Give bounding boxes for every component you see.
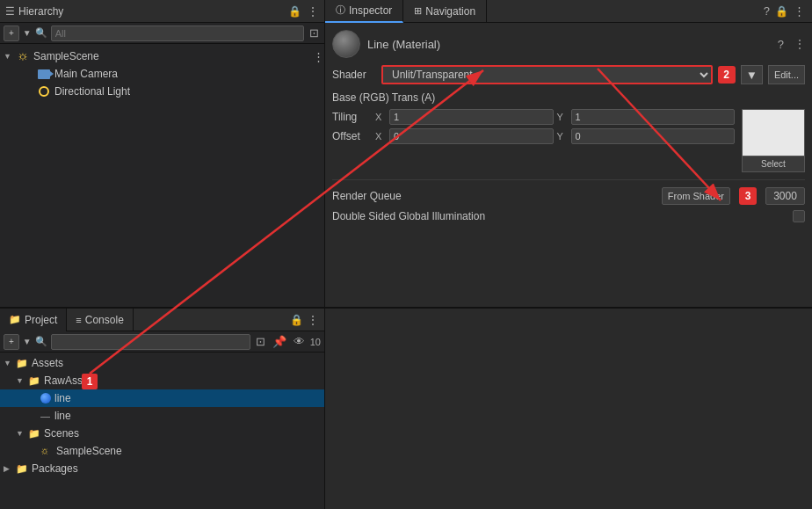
hierarchy-content: ▼ ⛭ SampleScene ⋮ Main Camera [0, 44, 324, 307]
shader-label: Shader [332, 69, 376, 81]
rawassets-label: RawAssets [44, 374, 97, 387]
offset-x-input[interactable] [389, 128, 554, 144]
material-header: Line (Material) ? ⋮ [332, 30, 805, 58]
eye-icon[interactable]: 👁 [292, 335, 307, 348]
offset-row: Offset X Y [332, 128, 735, 144]
tiling-x-input[interactable] [389, 109, 554, 125]
project-toolbar: + ▼ 🔍 ⊡ 📌 👁 10 [0, 331, 324, 353]
packages-label: Packages [32, 462, 78, 475]
select-button[interactable]: Select [743, 156, 804, 171]
render-queue-source-text: From Shader [668, 191, 724, 201]
tree-item-directionallight[interactable]: Directional Light [0, 83, 324, 100]
project-menu-icon[interactable]: ⋮ [307, 313, 319, 327]
project-item-line-material[interactable]: line [0, 389, 324, 407]
y-label-offset: Y [557, 131, 568, 142]
samplescene-no-arrow [28, 447, 40, 455]
inspector-panel: ⓘ Inspector ⊞ Navigation ? 🔒 ⋮ Line (Mat… [325, 0, 812, 307]
scenes-arrow: ▼ [16, 429, 28, 438]
render-queue-label: Render Queue [332, 190, 656, 202]
project-item-assets[interactable]: ▼ 📁 Assets [0, 354, 324, 372]
tiling-inputs: Tiling X Y Offset X Y [332, 109, 735, 148]
project-item-scenes[interactable]: ▼ 📁 Scenes [0, 425, 324, 442]
badge-2: 2 [718, 66, 736, 84]
project-item-packages[interactable]: ▶ 📁 Packages [0, 460, 324, 477]
assets-folder-icon: 📁 [16, 358, 28, 369]
tab-navigation[interactable]: ⊞ Navigation [403, 0, 487, 23]
scene-menu-icon[interactable]: ⋮ [313, 50, 324, 63]
tiling-label: Tiling [332, 111, 372, 123]
line-no-arrow [28, 394, 40, 403]
dropdown-arrow[interactable]: ▼ [23, 28, 32, 38]
inspector-tabs: ⓘ Inspector ⊞ Navigation ? 🔒 ⋮ [325, 0, 812, 23]
render-queue-value: 3000 [765, 187, 805, 205]
material-name: Line (Material) [367, 38, 440, 51]
material-menu-icon[interactable]: ⋮ [794, 38, 805, 50]
tiling-y-input[interactable] [571, 109, 736, 125]
hierarchy-header: ☰ Hierarchy 🔒 ⋮ [0, 0, 324, 23]
project-tabs: 📁 Project ≡ Console 🔒 ⋮ [0, 309, 324, 331]
shader-dropdown[interactable]: Unlit/Transparent [381, 65, 713, 84]
packages-folder-icon: 📁 [16, 463, 28, 475]
project-add-btn[interactable]: + [4, 334, 19, 350]
render-queue-row: Render Queue From Shader 3 3000 [332, 187, 805, 205]
light-label: Directional Light [54, 85, 130, 98]
menu-icon[interactable]: ⋮ [307, 4, 319, 18]
camera-label: Main Camera [54, 68, 118, 80]
pin-icon[interactable]: 📌 [271, 335, 288, 348]
arrow-icon: ▼ [4, 52, 16, 61]
project-item-rawassets[interactable]: ▼ 📁 RawAssets [0, 372, 324, 389]
project-search-icon: 🔍 [35, 336, 47, 347]
project-item-samplescene[interactable]: ⛭ SampleScene [0, 442, 324, 460]
project-count: 10 [310, 337, 321, 347]
tree-item-samplescene[interactable]: ▼ ⛭ SampleScene ⋮ [0, 47, 324, 65]
search-input[interactable] [51, 25, 304, 41]
base-texture-label: Base (RGB) Trans (A) [332, 91, 805, 104]
hierarchy-toolbar: + ▼ 🔍 ⊡ [0, 23, 324, 44]
scenes-folder-icon: 📁 [28, 428, 40, 440]
filter-icon[interactable]: ⊡ [308, 26, 321, 40]
console-tab-icon: ≡ [76, 315, 81, 325]
inspector-menu-icon[interactable]: ⋮ [794, 4, 805, 18]
hierarchy-header-icons: 🔒 ⋮ [288, 4, 319, 18]
tab-inspector[interactable]: ⓘ Inspector [325, 0, 403, 23]
tab-project[interactable]: 📁 Project [0, 309, 67, 331]
assets-label: Assets [32, 357, 63, 369]
add-button[interactable]: + [4, 25, 19, 41]
project-item-line-mesh[interactable]: — line [0, 407, 324, 425]
tab-console[interactable]: ≡ Console [67, 309, 133, 331]
inspector-tab-label: Inspector [349, 4, 392, 17]
scene-icon: ⛭ [16, 49, 30, 63]
y-label-tiling: Y [557, 112, 568, 122]
project-add-arrow[interactable]: ▼ [23, 337, 32, 346]
navigation-tab-label: Navigation [425, 5, 475, 18]
edit-button[interactable]: Edit... [768, 65, 805, 84]
search-icon: 🔍 [35, 27, 47, 39]
samplescene-label: SampleScene [56, 445, 122, 457]
material-ball-icon [40, 393, 51, 404]
render-queue-value-text: 3000 [773, 190, 797, 202]
help-icon[interactable]: ? [764, 4, 770, 18]
project-panel: 📁 Project ≡ Console 🔒 ⋮ + ▼ 🔍 ⊡ 📌 👁 10 [0, 309, 325, 509]
shader-dropdown-arrow[interactable]: ▼ [741, 65, 763, 84]
navigation-tab-icon: ⊞ [414, 5, 422, 17]
assets-arrow: ▼ [4, 359, 16, 367]
mesh-dash-icon: — [40, 411, 51, 421]
divider [332, 179, 805, 180]
bottom-right-area [325, 309, 812, 509]
lock-icon-project[interactable]: 🔒 [290, 314, 303, 326]
rawassets-arrow: ▼ [16, 376, 28, 385]
sync-icon[interactable]: ⊡ [254, 335, 267, 348]
tree-item-maincamera[interactable]: Main Camera [0, 65, 324, 83]
inspector-tab-icon: ⓘ [336, 4, 345, 17]
material-help-icon[interactable]: ? [778, 38, 784, 51]
light-icon [37, 84, 51, 98]
offset-y-input[interactable] [571, 128, 736, 144]
texture-preview[interactable]: Select [742, 109, 805, 172]
lock-icon-inspector[interactable]: 🔒 [775, 5, 788, 18]
project-tab-icon: 📁 [9, 314, 21, 325]
double-sided-checkbox[interactable] [793, 210, 805, 222]
shader-row: Shader Unlit/Transparent 2 ▼ Edit... [332, 65, 805, 84]
base-texture-section: Base (RGB) Trans (A) Tiling X Y [332, 91, 805, 172]
line-material-label: line [54, 392, 71, 404]
project-search-input[interactable] [51, 334, 250, 350]
